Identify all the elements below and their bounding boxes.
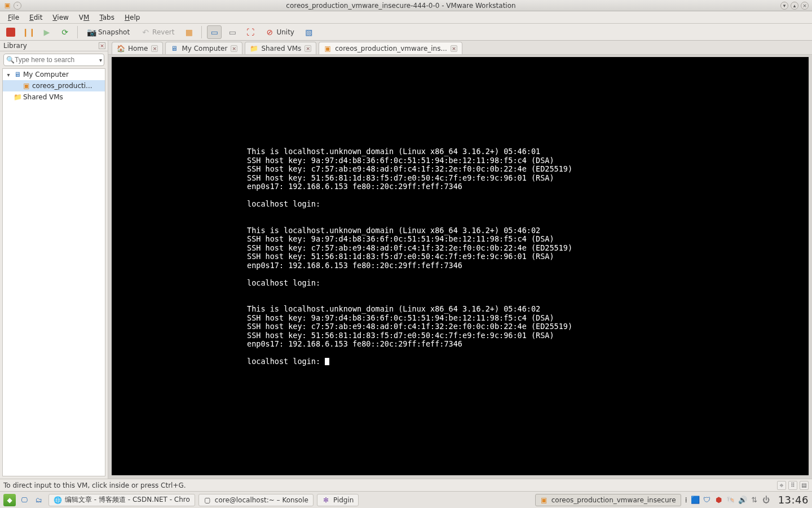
network-tray-icon[interactable]: ⇅	[750, 496, 759, 505]
cycle-multiple-monitors-button[interactable]: ▧	[302, 25, 316, 39]
toolbar: ❙❙ ▶ ⟳ 📷 Snapshot ↶ Revert ▦ ▭ ▭ ⛶ ⊘ Uni…	[0, 24, 812, 41]
search-icon: 🔍	[6, 56, 15, 64]
menubar: File Edit View VM Tabs Help	[0, 11, 812, 24]
home-icon: 🏠	[117, 45, 125, 52]
camera-icon: 📷	[87, 28, 96, 37]
fullscreen-button[interactable]: ⛶	[243, 25, 258, 39]
seahorse-tray-icon[interactable]: 🐚	[726, 496, 735, 505]
vmware-app-icon: ▣	[3, 2, 11, 10]
shield-tray-icon[interactable]: 🛡	[703, 496, 712, 505]
monitor-icon: 🖥	[170, 45, 178, 52]
tab-home[interactable]: 🏠 Home ×	[112, 42, 163, 54]
tabs-strip: 🏠 Home × 🖥 My Computer × 📁 Shared VMs × …	[108, 41, 812, 55]
suspend-button[interactable]: ❙❙	[21, 25, 36, 39]
snapshot-manager-icon: ▦	[184, 28, 193, 37]
window-title: coreos_production_vmware_insecure-444-0-…	[21, 2, 780, 10]
update-tray-icon[interactable]: ⬢	[714, 496, 723, 505]
menu-edit[interactable]: Edit	[25, 12, 47, 23]
search-input[interactable]	[15, 56, 99, 64]
task-label: core@localhost:~ – Konsole	[215, 496, 308, 504]
clock[interactable]: 13:46	[778, 494, 809, 506]
menu-file[interactable]: File	[3, 12, 24, 23]
file-manager-launcher[interactable]: 🗂	[33, 494, 45, 506]
folder-icon: 📁	[13, 93, 22, 102]
power-on-button[interactable]: ▶	[39, 25, 54, 39]
pidgin-icon: ✻	[322, 496, 330, 504]
tab-close-button[interactable]: ×	[151, 45, 158, 52]
sidebar-close-button[interactable]: ×	[99, 42, 105, 49]
revert-icon: ↶	[141, 28, 150, 37]
sidebar-title: Library	[3, 42, 27, 50]
tree-label: coreos_producti...	[32, 82, 92, 90]
task-label: coreos_production_vmware_insecure	[551, 496, 676, 504]
taskbar-item-vmware[interactable]: ▣ coreos_production_vmware_insecure	[535, 494, 681, 506]
statusbar-hint: To direct input to this VM, click inside…	[3, 481, 186, 489]
message-log-button[interactable]: ▤	[800, 481, 809, 490]
task-label: Pidgin	[333, 496, 354, 504]
vm-icon: ▣	[22, 81, 31, 90]
unity-label: Unity	[276, 28, 294, 36]
close-window-button[interactable]: ×	[801, 2, 809, 10]
tree-node-shared-vms[interactable]: 📁 Shared VMs	[3, 91, 105, 103]
tab-vm[interactable]: ▣ coreos_production_vmware_ins... ×	[319, 42, 462, 54]
snapshot-button[interactable]: 📷 Snapshot	[83, 25, 134, 39]
tab-close-button[interactable]: ×	[304, 45, 311, 52]
tree-label: My Computer	[23, 71, 69, 78]
console-icon: ▭	[210, 28, 219, 37]
minimize-button[interactable]: ▾	[780, 2, 788, 10]
fullscreen-icon: ⛶	[246, 28, 255, 37]
tab-my-computer[interactable]: 🖥 My Computer ×	[165, 42, 242, 54]
vmware-icon: ▣	[540, 496, 548, 504]
folder-icon: 📁	[250, 45, 258, 52]
chevron-down-icon[interactable]: ▾	[99, 57, 102, 63]
tree-node-my-computer[interactable]: ▾ 🖥 My Computer	[3, 69, 105, 80]
show-console-button[interactable]: ▭	[207, 25, 222, 39]
maximize-button[interactable]: ▴	[791, 2, 798, 10]
system-tray: ⁞ 🟦 🛡 ⬢ 🐚 🔊 ⇅ ⏻ 13:46	[685, 494, 809, 506]
tree-node-vm[interactable]: ▣ coreos_producti...	[3, 80, 105, 91]
tab-close-button[interactable]: ×	[231, 45, 237, 52]
monitor-icon: 🖥	[13, 70, 22, 79]
unity-icon: ⊘	[265, 28, 274, 37]
menu-view[interactable]: View	[48, 12, 73, 23]
tab-label: Shared VMs	[261, 45, 301, 52]
session-tray-icon[interactable]: ⏻	[762, 496, 771, 505]
sidebar: Library × 🔍 ▾ ▾ 🖥 My Computer ▣ coreos_p…	[0, 41, 108, 479]
thumbnail-view-button[interactable]: ▭	[225, 25, 240, 39]
input-grab-icon[interactable]: ⎆	[777, 481, 786, 490]
unity-button[interactable]: ⊘ Unity	[261, 25, 298, 39]
taskbar-item-chrome[interactable]: 🌐 编辑文章 - 博客频道 - CSDN.NET - Chro	[48, 494, 195, 506]
revert-button[interactable]: ↶ Revert	[137, 25, 178, 39]
desktop-taskbar: ◆ 🖵 🗂 🌐 编辑文章 - 博客频道 - CSDN.NET - Chro ▢ …	[0, 491, 812, 508]
taskbar-item-konsole[interactable]: ▢ core@localhost:~ – Konsole	[198, 494, 314, 506]
tree-label: Shared VMs	[23, 93, 63, 101]
sidebar-search[interactable]: 🔍 ▾	[3, 54, 104, 66]
start-menu-button[interactable]: ◆	[3, 494, 16, 506]
window-menu-button[interactable]: ·	[14, 2, 21, 10]
tab-label: My Computer	[182, 45, 227, 52]
restart-button[interactable]: ⟳	[58, 25, 72, 39]
power-off-button[interactable]	[3, 25, 18, 39]
task-label: 编辑文章 - 博客频道 - CSDN.NET - Chro	[65, 495, 190, 505]
monitors-icon: ▧	[304, 28, 314, 37]
menu-help[interactable]: Help	[120, 12, 144, 23]
taskbar-item-pidgin[interactable]: ✻ Pidgin	[317, 494, 359, 506]
menu-tabs[interactable]: Tabs	[95, 12, 119, 23]
sidebar-header: Library ×	[0, 41, 108, 51]
toolbar-separator	[201, 26, 202, 38]
vm-console[interactable]: This is localhost.unknown_domain (Linux …	[112, 57, 809, 475]
volume-tray-icon[interactable]: 🔊	[738, 496, 747, 505]
tab-shared-vms[interactable]: 📁 Shared VMs ×	[245, 42, 316, 54]
statusbar: To direct input to this VM, click inside…	[0, 479, 812, 491]
toolbar-separator	[77, 26, 78, 38]
devices-button[interactable]: ⠿	[788, 481, 797, 490]
tab-label: coreos_production_vmware_ins...	[335, 45, 447, 52]
tab-label: Home	[128, 45, 148, 52]
menu-vm[interactable]: VM	[74, 12, 94, 23]
show-desktop-button[interactable]: 🖵	[18, 494, 30, 506]
expand-toggle-icon[interactable]: ▾	[5, 72, 12, 78]
tab-close-button[interactable]: ×	[451, 45, 457, 52]
snapshot-manager-button[interactable]: ▦	[182, 25, 196, 39]
vm-icon: ▣	[324, 45, 332, 52]
bluetooth-tray-icon[interactable]: 🟦	[691, 496, 700, 505]
